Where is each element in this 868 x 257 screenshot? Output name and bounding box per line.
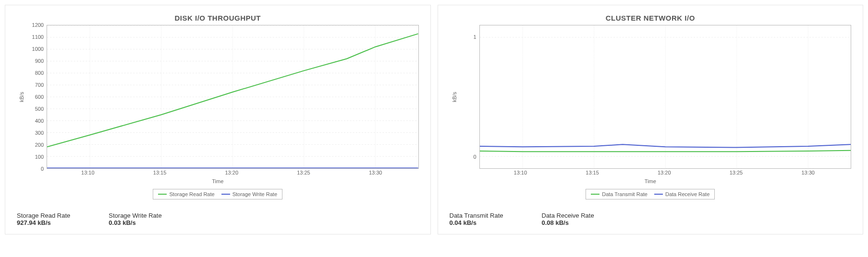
legend-label: Storage Write Rate [232, 191, 277, 197]
y-tick-label: 200 [35, 142, 44, 148]
legend-box: Data Transmit Rate Data Receive Rate [586, 189, 715, 199]
y-tick-label: 400 [35, 118, 44, 124]
disk-io-panel: DISK I/O THROUGHPUT kB/s 010020030040050… [5, 5, 431, 234]
y-tick-label: 1000 [32, 46, 44, 52]
x-ticks: 13:1013:1513:2013:2513:30 [477, 169, 852, 176]
y-tick-label: 600 [35, 94, 44, 100]
chart-plot [47, 25, 419, 169]
x-tick-label: 13:30 [801, 170, 815, 175]
y-tick-label: 500 [35, 106, 44, 112]
y-tick-label: 800 [35, 70, 44, 76]
x-tick-label: 13:20 [658, 170, 671, 175]
chart-title: CLUSTER NETWORK I/O [450, 14, 852, 22]
plot-zone: kB/s 01002003004005006007008009001000110… [17, 25, 419, 169]
y-tick-label: 700 [35, 82, 44, 88]
x-tick-label: 13:10 [81, 170, 95, 175]
line-swatch-icon [591, 194, 599, 195]
line-swatch-icon [654, 194, 663, 195]
stat-value: 0.08 kB/s [542, 219, 594, 226]
x-tick-label: 13:10 [514, 170, 527, 175]
x-tick-label: 13:30 [369, 170, 382, 175]
x-tick-label: 13:25 [730, 170, 743, 175]
legend: Data Transmit Rate Data Receive Rate [450, 189, 852, 199]
x-tick-label: 13:15 [153, 170, 167, 175]
legend-item: Data Receive Rate [654, 191, 709, 197]
legend-item: Data Transmit Rate [591, 191, 648, 197]
legend: Storage Read Rate Storage Write Rate [17, 189, 419, 199]
stat-block: Data Receive Rate 0.08 kB/s [542, 212, 594, 226]
legend-label: Data Transmit Rate [602, 191, 648, 197]
chart-plot [479, 25, 852, 169]
y-axis-label: kB/s [450, 25, 459, 169]
y-tick-label: 100 [35, 154, 44, 160]
stat-label: Data Receive Rate [542, 212, 594, 219]
stat-value: 0.03 kB/s [109, 219, 161, 226]
x-tick-label: 13:15 [586, 170, 599, 175]
legend-item: Storage Read Rate [158, 191, 214, 197]
y-axis-label: kB/s [17, 25, 26, 169]
stat-label: Storage Write Rate [109, 212, 161, 219]
y-tick-label: 1 [473, 34, 476, 40]
y-ticks: 0100200300400500600700800900100011001200 [26, 25, 47, 169]
stat-block: Storage Read Rate 927.94 kB/s [17, 212, 70, 226]
y-tick-label: 0 [41, 166, 44, 172]
y-tick-label: 900 [35, 58, 44, 64]
chart-title: DISK I/O THROUGHPUT [17, 14, 419, 22]
line-swatch-icon [221, 194, 230, 195]
legend-label: Storage Read Rate [169, 191, 214, 197]
stat-value: 927.94 kB/s [17, 219, 70, 226]
stat-block: Data Transmit Rate 0.04 kB/s [450, 212, 503, 226]
line-swatch-icon [158, 194, 167, 195]
y-tick-label: 1200 [32, 22, 44, 28]
x-tick-label: 13:20 [225, 170, 238, 175]
stat-label: Storage Read Rate [17, 212, 70, 219]
y-tick-label: 300 [35, 130, 44, 136]
stat-label: Data Transmit Rate [450, 212, 503, 219]
y-tick-label: 0 [473, 154, 476, 160]
x-axis-label: Time [17, 178, 419, 184]
stat-block: Storage Write Rate 0.03 kB/s [109, 212, 161, 226]
y-ticks: 01 [459, 25, 479, 169]
legend-item: Storage Write Rate [221, 191, 277, 197]
x-ticks: 13:1013:1513:2013:2513:30 [45, 169, 419, 176]
stats-row: Storage Read Rate 927.94 kB/s Storage Wr… [17, 212, 419, 226]
x-tick-label: 13:25 [297, 170, 310, 175]
stat-value: 0.04 kB/s [450, 219, 503, 226]
y-tick-label: 1100 [32, 34, 44, 40]
x-axis-label: Time [450, 178, 852, 184]
network-io-panel: CLUSTER NETWORK I/O kB/s 01 13:1013:1513… [438, 5, 864, 234]
legend-label: Data Receive Rate [665, 191, 709, 197]
stats-row: Data Transmit Rate 0.04 kB/s Data Receiv… [450, 212, 852, 226]
plot-zone: kB/s 01 [450, 25, 852, 169]
legend-box: Storage Read Rate Storage Write Rate [153, 189, 282, 199]
